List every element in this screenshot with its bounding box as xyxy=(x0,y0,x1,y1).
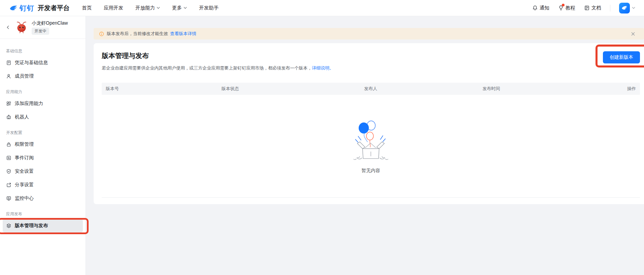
create-version-button[interactable]: 创建新版本 xyxy=(603,51,640,63)
card-header-text: 版本管理与发布 若企业自建应用需要供企业内其他用户使用，或三方企业应用需要上架钉… xyxy=(102,51,334,71)
app-avatar-crawfish xyxy=(15,21,28,34)
member-icon xyxy=(6,74,11,79)
section-title-dev-config: 开发配置 xyxy=(3,124,83,138)
docs-button[interactable]: 文档 xyxy=(584,5,601,11)
empty-box-illustration xyxy=(349,118,393,162)
close-icon[interactable] xyxy=(627,30,639,37)
bell-icon xyxy=(532,5,538,11)
column-header-status: 版本状态 xyxy=(218,86,360,92)
doc-icon xyxy=(584,5,590,11)
divider xyxy=(610,5,610,11)
sidebar-item-members[interactable]: 成员管理 xyxy=(3,70,83,83)
brand-suffix: 开发者平台 xyxy=(38,4,70,12)
app-name: 小龙虾OpenClaw xyxy=(32,20,68,26)
nav-item-app-dev[interactable]: 应用开发 xyxy=(104,5,123,11)
top-navbar: 钉钉 开发者平台 首页 应用开发 开放能力 更多 开发助手 通知 xyxy=(0,0,644,16)
nav-right-actions: 通知 教程 文档 xyxy=(532,3,635,13)
view-version-details-link[interactable]: 查看版本详情 xyxy=(170,31,196,37)
dingtalk-wing-icon xyxy=(9,5,18,11)
versions-table: 版本号 版本状态 发布人 发布时间 操作 xyxy=(102,83,640,198)
app-status-badge: 开发中 xyxy=(32,28,49,35)
sidebar-item-permissions[interactable]: 权限管理 xyxy=(3,138,83,151)
version-notice-banner: 版本发布后，当前修改才能生效 查看版本详情 xyxy=(94,28,644,39)
chevron-down-icon xyxy=(632,7,635,9)
column-header-publisher: 发布人 xyxy=(360,86,479,92)
sidebar-item-monitor-center[interactable]: 监控中心 xyxy=(3,192,83,205)
page-description: 若企业自建应用需要供企业内其他用户使用，或三方企业应用需要上架钉钉应用市场，都必… xyxy=(102,65,334,71)
version-management-card: 版本管理与发布 若企业自建应用需要供企业内其他用户使用，或三方企业应用需要上架钉… xyxy=(94,43,644,204)
back-button[interactable] xyxy=(4,23,12,31)
empty-state: 暂无内容 xyxy=(102,95,640,198)
section-title-app-release: 应用发布 xyxy=(3,205,83,219)
column-header-actions: 操作 xyxy=(586,86,640,92)
nav-item-home[interactable]: 首页 xyxy=(82,5,92,11)
dingtalk-logo[interactable]: 钉钉 开发者平台 xyxy=(9,3,70,13)
shield-check-icon xyxy=(6,169,11,174)
chevron-down-icon xyxy=(184,7,187,9)
monitor-icon xyxy=(6,196,11,201)
page-title: 版本管理与发布 xyxy=(102,51,334,60)
detail-explanation-link[interactable]: 详细说明。 xyxy=(312,65,334,71)
column-header-publish-time: 发布时间 xyxy=(479,86,586,92)
card-header: 版本管理与发布 若企业自建应用需要供企业内其他用户使用，或三方企业应用需要上架钉… xyxy=(102,51,640,71)
tutorial-button[interactable]: 教程 xyxy=(558,5,575,11)
brand-name: 钉钉 xyxy=(20,3,34,13)
notification-dot xyxy=(562,4,565,6)
avatar xyxy=(619,3,630,13)
notifications-button[interactable]: 通知 xyxy=(532,5,549,11)
grid-plus-icon xyxy=(6,101,11,106)
versions-table-header: 版本号 版本状态 发布人 发布时间 操作 xyxy=(102,83,640,95)
share-icon xyxy=(6,182,11,188)
sidebar-app-header: 小龙虾OpenClaw 开发中 xyxy=(0,16,86,39)
empty-text: 暂无内容 xyxy=(361,168,380,174)
main-content: 版本发布后，当前修改才能生效 查看版本详情 版本管理与发布 若企业自建应用需要供… xyxy=(86,16,644,275)
sidebar-nav: 基础信息 凭证与基础信息 成员管理 应用能力 xyxy=(0,39,86,232)
user-avatar-menu[interactable] xyxy=(619,3,635,13)
nav-item-more[interactable]: 更多 xyxy=(172,5,187,11)
sidebar-item-add-capability[interactable]: 添加应用能力 xyxy=(3,97,83,110)
sidebar: 小龙虾OpenClaw 开发中 基础信息 凭证与基础信息 xyxy=(0,16,86,275)
section-title-basic-info: 基础信息 xyxy=(3,42,83,56)
sidebar-item-event-subscription[interactable]: 事件订阅 xyxy=(3,151,83,165)
column-header-version: 版本号 xyxy=(102,86,218,92)
rss-icon xyxy=(6,155,11,161)
sidebar-item-credentials[interactable]: 凭证与基础信息 xyxy=(3,56,83,70)
section-title-app-capability: 应用能力 xyxy=(3,83,83,97)
lock-icon xyxy=(6,142,11,147)
app-meta: 小龙虾OpenClaw 开发中 xyxy=(32,20,68,35)
primary-nav: 首页 应用开发 开放能力 更多 开发助手 xyxy=(82,5,219,11)
banner-text: 版本发布后，当前修改才能生效 xyxy=(107,31,168,37)
credential-icon xyxy=(6,60,11,65)
chevron-down-icon xyxy=(157,7,160,9)
nav-item-open-capability[interactable]: 开放能力 xyxy=(135,5,160,11)
info-icon xyxy=(99,31,104,36)
sidebar-item-security[interactable]: 安全设置 xyxy=(3,165,83,178)
nav-item-dev-assistant[interactable]: 开发助手 xyxy=(199,5,219,11)
sidebar-item-version-management[interactable]: 版本管理与发布 xyxy=(3,219,83,232)
sidebar-item-robot[interactable]: 机器人 xyxy=(3,110,83,124)
sidebar-item-share-settings[interactable]: 分享设置 xyxy=(3,178,83,192)
layers-icon xyxy=(6,223,11,228)
robot-icon xyxy=(6,114,11,120)
